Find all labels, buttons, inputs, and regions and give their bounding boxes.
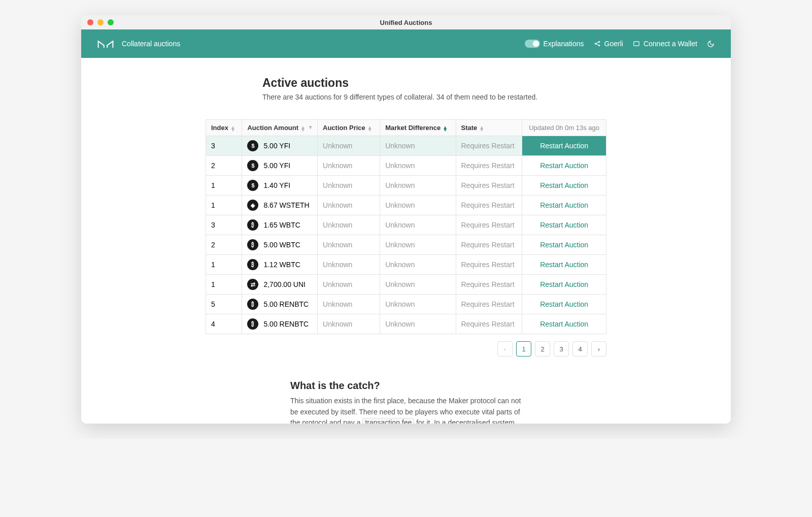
explanations-toggle[interactable]: Explanations [525,40,584,48]
transaction-fee-chip[interactable]: transaction fee [362,418,414,424]
cell-amount: ₿ 1.12 WBTC [242,255,318,275]
table-row[interactable]: 1 $ 1.40 YFI Unknown Unknown Requires Re… [206,176,606,196]
cell-state: Requires Restart [456,275,522,295]
moon-icon [706,40,715,48]
amount-text: 8.67 WSTETH [263,201,309,209]
cell-diff: Unknown [380,156,456,176]
cell-amount: ◈ 8.67 WSTETH [242,196,318,215]
cell-index: 2 [206,156,242,176]
restart-auction-button[interactable]: Restart Auction [540,320,588,328]
cell-diff: Unknown [380,215,456,235]
restart-auction-button[interactable]: Restart Auction [540,142,588,150]
cell-amount: ⇄ 2,700.00 UNI [242,275,318,295]
cell-amount: ₿ 5.00 RENBTC [242,295,318,314]
toggle-icon [525,40,540,48]
cell-index: 2 [206,235,242,255]
cell-action: Restart Auction [522,314,606,334]
col-diff[interactable]: Market Difference▲▼ [380,120,456,136]
page-2[interactable]: 2 [535,341,550,357]
cell-amount: ₿ 1.65 WBTC [242,215,318,235]
table-row[interactable]: 1 ◈ 8.67 WSTETH Unknown Unknown Requires… [206,196,606,215]
cell-diff: Unknown [380,275,456,295]
window-title: Unified Auctions [81,19,731,26]
restart-auction-button[interactable]: Restart Auction [540,161,588,170]
cell-state: Requires Restart [456,255,522,275]
cell-amount: $ 5.00 YFI [242,136,318,156]
restart-auction-button[interactable]: Restart Auction [540,300,588,308]
sort-icon: ▲▼ [443,126,448,131]
catch-text: This situation exists in the first place… [290,396,522,424]
page-3[interactable]: 3 [554,341,569,357]
explanations-label: Explanations [543,40,584,48]
table-row[interactable]: 1 ₿ 1.12 WBTC Unknown Unknown Requires R… [206,255,606,275]
coin-icon: ₿ [247,219,258,231]
page-prev[interactable]: ‹ [497,341,513,357]
cell-index: 3 [206,136,242,156]
cell-amount: $ 5.00 YFI [242,156,318,176]
cell-price: Unknown [318,275,380,295]
network-label: Goerli [604,40,623,48]
pagination: ‹ 1234 › [206,341,606,357]
app-window: Unified Auctions Collateral auctions Exp… [81,15,731,424]
restart-auction-button[interactable]: Restart Auction [540,201,588,209]
table-row[interactable]: 2 $ 5.00 YFI Unknown Unknown Requires Re… [206,156,606,176]
table-row[interactable]: 3 ₿ 1.65 WBTC Unknown Unknown Requires R… [206,215,606,235]
cell-price: Unknown [318,314,380,334]
cell-action: Restart Auction [522,295,606,314]
restart-auction-button[interactable]: Restart Auction [540,261,588,269]
connect-wallet-button[interactable]: Connect a Wallet [632,40,697,48]
col-amount[interactable]: Auction Amount▲▼▾ [242,120,318,136]
cell-price: Unknown [318,255,380,275]
table-row[interactable]: 5 ₿ 5.00 RENBTC Unknown Unknown Requires… [206,295,606,314]
page-1[interactable]: 1 [516,341,531,357]
app-header: Collateral auctions Explanations Goerli … [81,29,731,58]
cell-amount: $ 1.40 YFI [242,176,318,196]
coin-icon: ₿ [247,318,258,330]
col-price[interactable]: Auction Price▲▼ [318,120,380,136]
cell-diff: Unknown [380,136,456,156]
table-row[interactable]: 4 ₿ 5.00 RENBTC Unknown Unknown Requires… [206,314,606,334]
cell-state: Requires Restart [456,235,522,255]
page-next[interactable]: › [591,341,606,357]
cell-diff: Unknown [380,314,456,334]
coin-icon: $ [247,180,258,191]
filter-icon[interactable]: ▾ [309,124,312,131]
cell-action: Restart Auction [522,255,606,275]
cell-action: Restart Auction [522,235,606,255]
amount-text: 5.00 RENBTC [263,320,309,328]
coin-icon: ₿ [247,239,258,250]
page-4[interactable]: 4 [572,341,588,357]
cell-amount: ₿ 5.00 RENBTC [242,314,318,334]
cell-action: Restart Auction [522,176,606,196]
col-updated: Updated 0h 0m 13s ago [522,120,606,136]
col-index[interactable]: Index▲▼ [206,120,242,136]
restart-auction-button[interactable]: Restart Auction [540,221,588,229]
amount-text: 5.00 RENBTC [263,300,309,308]
cell-index: 5 [206,295,242,314]
cell-price: Unknown [318,176,380,196]
amount-text: 1.40 YFI [263,181,290,189]
restart-auction-button[interactable]: Restart Auction [540,241,588,249]
theme-toggle[interactable] [706,40,715,48]
auctions-table: Index▲▼ Auction Amount▲▼▾ Auction Price▲… [206,119,606,334]
svg-point-0 [595,43,596,44]
restart-auction-button[interactable]: Restart Auction [540,280,588,288]
cell-amount: ₿ 5.00 WBTC [242,235,318,255]
table-row[interactable]: 3 $ 5.00 YFI Unknown Unknown Requires Re… [206,136,606,156]
table-row[interactable]: 1 ⇄ 2,700.00 UNI Unknown Unknown Require… [206,275,606,295]
restart-auction-button[interactable]: Restart Auction [540,181,588,189]
cell-index: 4 [206,314,242,334]
svg-point-2 [598,45,599,46]
amount-text: 5.00 YFI [263,161,290,170]
network-selector[interactable]: Goerli [593,40,623,48]
col-state[interactable]: State▲▼ [456,120,522,136]
coin-icon: ₿ [247,259,258,270]
cell-diff: Unknown [380,235,456,255]
coin-icon: ◈ [247,200,258,211]
table-row[interactable]: 2 ₿ 5.00 WBTC Unknown Unknown Requires R… [206,235,606,255]
nav-collateral-auctions[interactable]: Collateral auctions [122,40,180,48]
cell-diff: Unknown [380,295,456,314]
maker-logo-icon[interactable] [97,39,114,49]
active-auctions-heading: Active auctions There are 34 auctions fo… [206,76,606,110]
cell-index: 3 [206,215,242,235]
